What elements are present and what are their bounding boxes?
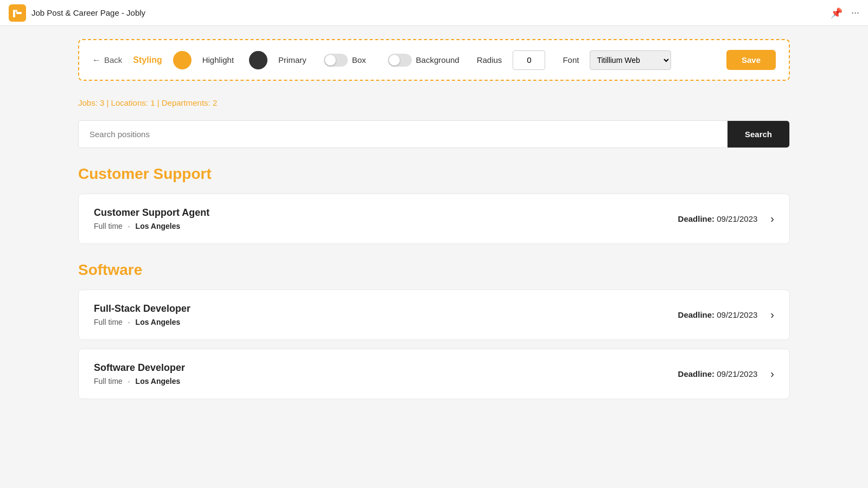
- styling-toolbar: ← Back Styling Highlight Primary Box Bac…: [78, 39, 790, 81]
- department-section-0: Customer SupportCustomer Support AgentFu…: [78, 165, 790, 244]
- save-button[interactable]: Save: [726, 50, 776, 70]
- svg-point-2: [15, 10, 17, 12]
- radius-label: Radius: [477, 55, 502, 65]
- top-bar-left: Job Post & Career Page - Jobly: [9, 4, 145, 22]
- job-chevron-icon-1-0: ›: [770, 309, 774, 321]
- job-meta-0-0: Full time · Los Angeles: [94, 222, 209, 230]
- more-icon[interactable]: ···: [851, 7, 859, 18]
- app-title: Job Post & Career Page - Jobly: [31, 8, 145, 17]
- styling-label: Styling: [133, 55, 162, 65]
- background-toggle-group: Background: [384, 54, 459, 67]
- stats-bar: Jobs: 3 | Locations: 1 | Departments: 2: [78, 98, 790, 107]
- job-card-0-0[interactable]: Customer Support AgentFull time · Los An…: [78, 194, 790, 244]
- box-label: Box: [352, 55, 366, 65]
- job-title-0-0: Customer Support Agent: [94, 207, 209, 219]
- department-title-0: Customer Support: [78, 165, 790, 183]
- svg-rect-1: [16, 12, 22, 14]
- radius-input[interactable]: [513, 50, 545, 70]
- font-select[interactable]: Titillium Web Arial Roboto Open Sans Lat…: [590, 50, 671, 70]
- job-deadline-1-1: Deadline: 09/21/2023: [678, 369, 758, 378]
- job-title-1-1: Software Developer: [94, 362, 185, 374]
- job-deadline-1-0: Deadline: 09/21/2023: [678, 310, 758, 319]
- highlight-color-picker[interactable]: [173, 51, 192, 69]
- job-chevron-icon-0-0: ›: [770, 213, 774, 225]
- main-content: ← Back Styling Highlight Primary Box Bac…: [0, 26, 868, 429]
- departments-container: Customer SupportCustomer Support AgentFu…: [78, 165, 790, 399]
- pin-icon[interactable]: 📌: [831, 7, 843, 19]
- stats-text: Jobs: 3 | Locations: 1 | Departments: 2: [78, 98, 217, 107]
- box-toggle-group: Box: [324, 54, 366, 67]
- job-meta-1-0: Full time · Los Angeles: [94, 318, 190, 326]
- department-section-1: SoftwareFull-Stack DeveloperFull time · …: [78, 261, 790, 399]
- background-toggle[interactable]: [388, 54, 412, 67]
- search-button[interactable]: Search: [727, 121, 789, 147]
- primary-color-picker[interactable]: [249, 51, 267, 69]
- back-button[interactable]: ← Back: [92, 55, 122, 65]
- font-label: Font: [563, 55, 579, 65]
- box-toggle[interactable]: [324, 54, 348, 67]
- department-title-1: Software: [78, 261, 790, 279]
- top-bar-right: 📌 ···: [831, 7, 859, 19]
- search-input[interactable]: [79, 121, 727, 147]
- app-logo: [9, 4, 26, 22]
- job-info-0-0: Customer Support AgentFull time · Los An…: [94, 207, 209, 230]
- job-right-1-0: Deadline: 09/21/2023›: [678, 309, 774, 321]
- background-label: Background: [416, 55, 459, 65]
- primary-label: Primary: [278, 55, 307, 65]
- job-info-1-0: Full-Stack DeveloperFull time · Los Ange…: [94, 303, 190, 326]
- top-bar: Job Post & Career Page - Jobly 📌 ···: [0, 0, 868, 26]
- job-deadline-0-0: Deadline: 09/21/2023: [678, 214, 758, 223]
- svg-rect-0: [13, 10, 15, 17]
- highlight-label: Highlight: [202, 55, 234, 65]
- back-arrow-icon: ←: [92, 55, 101, 65]
- job-right-1-1: Deadline: 09/21/2023›: [678, 368, 774, 380]
- back-label: Back: [104, 55, 122, 65]
- job-right-0-0: Deadline: 09/21/2023›: [678, 213, 774, 225]
- job-card-1-0[interactable]: Full-Stack DeveloperFull time · Los Ange…: [78, 290, 790, 340]
- job-chevron-icon-1-1: ›: [770, 368, 774, 380]
- job-card-1-1[interactable]: Software DeveloperFull time · Los Angele…: [78, 349, 790, 399]
- job-meta-1-1: Full time · Los Angeles: [94, 377, 185, 386]
- job-title-1-0: Full-Stack Developer: [94, 303, 190, 314]
- job-info-1-1: Software DeveloperFull time · Los Angele…: [94, 362, 185, 386]
- search-bar: Search: [78, 120, 790, 148]
